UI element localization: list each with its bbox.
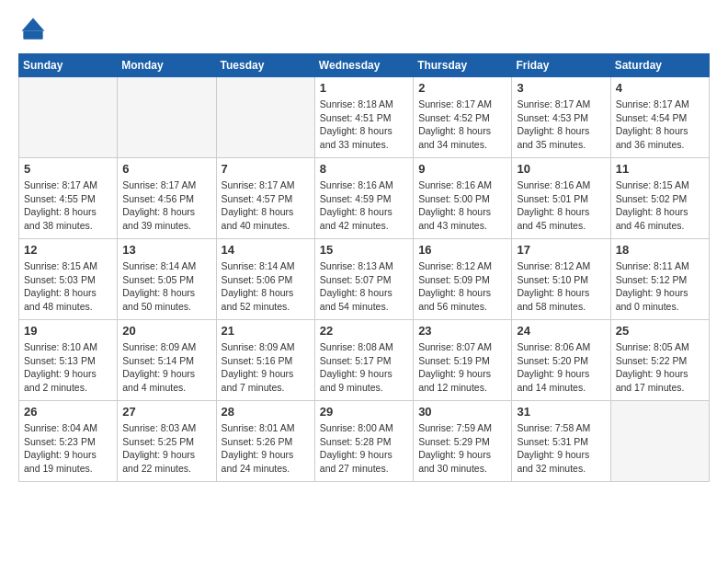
- day-info: Sunrise: 8:17 AM Sunset: 4:55 PM Dayligh…: [24, 178, 112, 233]
- calendar-cell: 3Sunrise: 8:17 AM Sunset: 4:53 PM Daylig…: [512, 77, 610, 158]
- calendar-cell: 13Sunrise: 8:14 AM Sunset: 5:05 PM Dayli…: [118, 239, 216, 320]
- weekday-header-monday: Monday: [118, 54, 216, 77]
- week-row-4: 19Sunrise: 8:10 AM Sunset: 5:13 PM Dayli…: [19, 320, 710, 401]
- day-info: Sunrise: 8:16 AM Sunset: 5:00 PM Dayligh…: [418, 178, 506, 233]
- calendar-table: SundayMondayTuesdayWednesdayThursdayFrid…: [18, 53, 710, 482]
- logo: [18, 15, 51, 44]
- day-info: Sunrise: 8:03 AM Sunset: 5:25 PM Dayligh…: [122, 421, 210, 476]
- day-info: Sunrise: 8:01 AM Sunset: 5:26 PM Dayligh…: [222, 421, 310, 476]
- calendar-cell: 22Sunrise: 8:08 AM Sunset: 5:17 PM Dayli…: [314, 320, 413, 401]
- day-info: Sunrise: 8:13 AM Sunset: 5:07 PM Dayligh…: [320, 259, 408, 314]
- day-info: Sunrise: 8:08 AM Sunset: 5:17 PM Dayligh…: [320, 340, 408, 395]
- day-number: 23: [418, 324, 506, 338]
- calendar-cell: [216, 77, 314, 158]
- day-number: 30: [418, 405, 506, 419]
- calendar-cell: 8Sunrise: 8:16 AM Sunset: 4:59 PM Daylig…: [314, 158, 413, 239]
- day-number: 3: [517, 81, 605, 95]
- day-info: Sunrise: 8:17 AM Sunset: 4:53 PM Dayligh…: [517, 98, 605, 152]
- day-info: Sunrise: 8:00 AM Sunset: 5:28 PM Dayligh…: [320, 421, 408, 476]
- calendar-cell: 9Sunrise: 8:16 AM Sunset: 5:00 PM Daylig…: [414, 158, 512, 239]
- calendar-cell: 21Sunrise: 8:09 AM Sunset: 5:16 PM Dayli…: [216, 320, 314, 401]
- calendar-cell: [118, 77, 216, 158]
- weekday-header-wednesday: Wednesday: [314, 54, 413, 77]
- calendar-cell: 7Sunrise: 8:17 AM Sunset: 4:57 PM Daylig…: [216, 158, 314, 239]
- calendar-cell: 16Sunrise: 8:12 AM Sunset: 5:09 PM Dayli…: [414, 239, 512, 320]
- day-number: 27: [122, 405, 210, 419]
- day-number: 16: [418, 243, 506, 257]
- weekday-header-sunday: Sunday: [19, 54, 118, 77]
- calendar-cell: 30Sunrise: 7:59 AM Sunset: 5:29 PM Dayli…: [414, 401, 512, 482]
- logo-icon: [18, 15, 48, 44]
- calendar-cell: 28Sunrise: 8:01 AM Sunset: 5:26 PM Dayli…: [216, 401, 314, 482]
- day-number: 13: [122, 243, 210, 257]
- calendar-cell: 18Sunrise: 8:11 AM Sunset: 5:12 PM Dayli…: [610, 239, 709, 320]
- calendar-cell: 1Sunrise: 8:18 AM Sunset: 4:51 PM Daylig…: [314, 77, 413, 158]
- day-number: 22: [320, 324, 408, 338]
- day-number: 2: [418, 81, 506, 95]
- day-number: 6: [122, 162, 210, 176]
- calendar-cell: 29Sunrise: 8:00 AM Sunset: 5:28 PM Dayli…: [314, 401, 413, 482]
- day-number: 24: [517, 324, 605, 338]
- week-row-1: 1Sunrise: 8:18 AM Sunset: 4:51 PM Daylig…: [19, 77, 710, 158]
- day-info: Sunrise: 8:15 AM Sunset: 5:03 PM Dayligh…: [24, 259, 112, 314]
- day-number: 5: [24, 162, 112, 176]
- day-number: 15: [320, 243, 408, 257]
- day-number: 29: [320, 405, 408, 419]
- day-info: Sunrise: 8:07 AM Sunset: 5:19 PM Dayligh…: [418, 340, 506, 395]
- day-info: Sunrise: 8:12 AM Sunset: 5:10 PM Dayligh…: [517, 259, 605, 314]
- day-number: 9: [418, 162, 506, 176]
- weekday-header-thursday: Thursday: [414, 54, 512, 77]
- calendar-cell: 4Sunrise: 8:17 AM Sunset: 4:54 PM Daylig…: [610, 77, 709, 158]
- day-number: 8: [320, 162, 408, 176]
- day-number: 17: [517, 243, 605, 257]
- calendar-cell: 19Sunrise: 8:10 AM Sunset: 5:13 PM Dayli…: [19, 320, 118, 401]
- day-number: 26: [24, 405, 112, 419]
- day-info: Sunrise: 8:06 AM Sunset: 5:20 PM Dayligh…: [517, 340, 605, 395]
- week-row-5: 26Sunrise: 8:04 AM Sunset: 5:23 PM Dayli…: [19, 401, 710, 482]
- day-number: 10: [517, 162, 605, 176]
- day-info: Sunrise: 8:14 AM Sunset: 5:05 PM Dayligh…: [122, 259, 210, 314]
- calendar-cell: 5Sunrise: 8:17 AM Sunset: 4:55 PM Daylig…: [19, 158, 118, 239]
- day-info: Sunrise: 8:16 AM Sunset: 5:01 PM Dayligh…: [517, 178, 605, 233]
- day-info: Sunrise: 8:11 AM Sunset: 5:12 PM Dayligh…: [616, 259, 704, 314]
- day-number: 19: [24, 324, 112, 338]
- calendar-cell: 12Sunrise: 8:15 AM Sunset: 5:03 PM Dayli…: [19, 239, 118, 320]
- day-number: 7: [222, 162, 310, 176]
- weekday-header-saturday: Saturday: [610, 54, 709, 77]
- day-info: Sunrise: 8:16 AM Sunset: 4:59 PM Dayligh…: [320, 178, 408, 233]
- day-number: 28: [222, 405, 310, 419]
- svg-rect-1: [23, 31, 42, 40]
- day-info: Sunrise: 8:09 AM Sunset: 5:16 PM Dayligh…: [222, 340, 310, 395]
- day-info: Sunrise: 7:59 AM Sunset: 5:29 PM Dayligh…: [418, 421, 506, 476]
- weekday-header-row: SundayMondayTuesdayWednesdayThursdayFrid…: [19, 54, 710, 77]
- svg-marker-0: [22, 18, 45, 31]
- day-number: 25: [616, 324, 704, 338]
- day-info: Sunrise: 8:04 AM Sunset: 5:23 PM Dayligh…: [24, 421, 112, 476]
- calendar-cell: 20Sunrise: 8:09 AM Sunset: 5:14 PM Dayli…: [118, 320, 216, 401]
- day-number: 31: [517, 405, 605, 419]
- calendar-cell: 24Sunrise: 8:06 AM Sunset: 5:20 PM Dayli…: [512, 320, 610, 401]
- header: [18, 15, 710, 44]
- calendar-cell: 2Sunrise: 8:17 AM Sunset: 4:52 PM Daylig…: [414, 77, 512, 158]
- day-number: 1: [320, 81, 408, 95]
- day-info: Sunrise: 8:10 AM Sunset: 5:13 PM Dayligh…: [24, 340, 112, 395]
- calendar-cell: 11Sunrise: 8:15 AM Sunset: 5:02 PM Dayli…: [610, 158, 709, 239]
- day-number: 20: [122, 324, 210, 338]
- calendar-cell: 25Sunrise: 8:05 AM Sunset: 5:22 PM Dayli…: [610, 320, 709, 401]
- calendar-cell: 17Sunrise: 8:12 AM Sunset: 5:10 PM Dayli…: [512, 239, 610, 320]
- day-info: Sunrise: 8:05 AM Sunset: 5:22 PM Dayligh…: [616, 340, 704, 395]
- calendar-cell: 14Sunrise: 8:14 AM Sunset: 5:06 PM Dayli…: [216, 239, 314, 320]
- calendar-cell: [610, 401, 709, 482]
- day-number: 4: [616, 81, 704, 95]
- calendar-cell: 10Sunrise: 8:16 AM Sunset: 5:01 PM Dayli…: [512, 158, 610, 239]
- calendar-page: SundayMondayTuesdayWednesdayThursdayFrid…: [0, 0, 728, 563]
- week-row-2: 5Sunrise: 8:17 AM Sunset: 4:55 PM Daylig…: [19, 158, 710, 239]
- day-info: Sunrise: 8:14 AM Sunset: 5:06 PM Dayligh…: [222, 259, 310, 314]
- weekday-header-friday: Friday: [512, 54, 610, 77]
- day-info: Sunrise: 8:17 AM Sunset: 4:57 PM Dayligh…: [222, 178, 310, 233]
- day-info: Sunrise: 8:12 AM Sunset: 5:09 PM Dayligh…: [418, 259, 506, 314]
- day-number: 14: [222, 243, 310, 257]
- day-info: Sunrise: 8:18 AM Sunset: 4:51 PM Dayligh…: [320, 98, 408, 152]
- day-info: Sunrise: 8:17 AM Sunset: 4:56 PM Dayligh…: [122, 178, 210, 233]
- calendar-cell: 6Sunrise: 8:17 AM Sunset: 4:56 PM Daylig…: [118, 158, 216, 239]
